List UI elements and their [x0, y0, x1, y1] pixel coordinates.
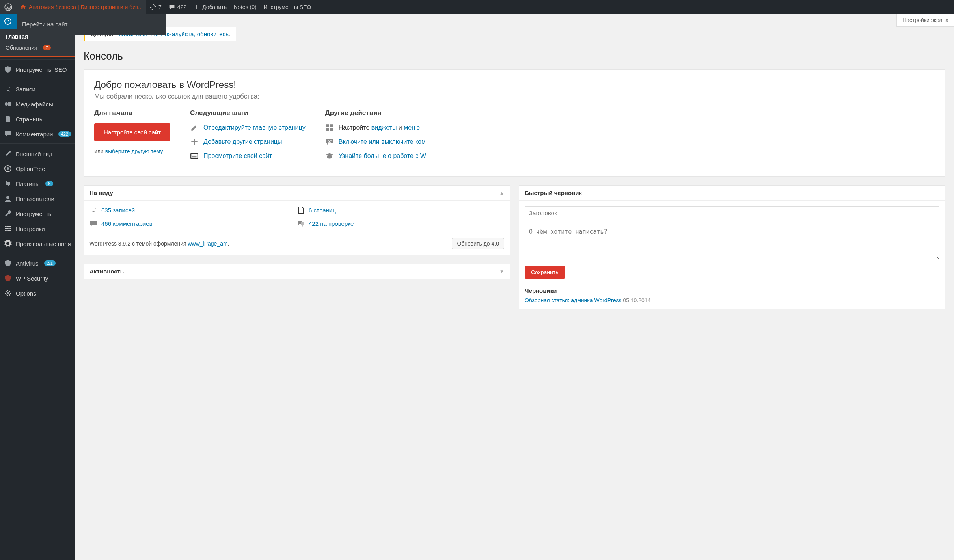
welcome-sub: Мы собрали несколько ссылок для вашего у… [94, 93, 935, 100]
site-name[interactable]: Анатомия бизнеса | Бизнес тренинги и биз… [17, 0, 146, 14]
menu-antivirus[interactable]: Antivirus 2/1 [0, 256, 75, 271]
updates-count: 7 [158, 4, 162, 10]
moderation-icon [297, 220, 305, 227]
comments-indicator[interactable]: 422 [165, 0, 190, 14]
menu-appearance[interactable]: Внешний вид [0, 146, 75, 161]
plugin-icon [4, 180, 12, 188]
comments-badge: 422 [58, 131, 71, 137]
pin-icon [4, 85, 12, 93]
separator [0, 251, 75, 253]
menu-users[interactable]: Пользователи [0, 191, 75, 206]
widgets-link[interactable]: виджеты [371, 124, 397, 131]
draft-content-input[interactable] [525, 225, 939, 260]
main-content: Настройки экрана Доступен WordPress 4.0!… [75, 0, 954, 327]
menu-tools[interactable]: Инструменты [0, 206, 75, 221]
shield-icon [4, 65, 12, 73]
moderation-link[interactable]: 422 на проверке [309, 220, 354, 227]
widgets-icon [325, 123, 334, 132]
notes-link[interactable]: Notes (0) [230, 0, 260, 14]
collapse-icon[interactable]: ▲ [499, 190, 504, 196]
shield-icon [4, 259, 12, 267]
add-new[interactable]: Добавить [190, 0, 230, 14]
activity-header[interactable]: Активность ▼ [84, 264, 510, 279]
svg-point-2 [5, 102, 8, 106]
quick-draft-header[interactable]: Быстрый черновик [519, 186, 945, 201]
screen-options-button[interactable]: Настройки экрана [896, 14, 954, 27]
draft-link[interactable]: Обзорная статья: админка WordPress [525, 297, 621, 303]
pages-count-link[interactable]: 6 страниц [309, 207, 336, 214]
plus-icon [194, 4, 200, 10]
user-icon [4, 195, 12, 203]
add-new-label: Добавить [202, 4, 227, 10]
view-site-link[interactable]: Просмотрите свой сайт [203, 153, 272, 160]
separator [0, 57, 75, 60]
svg-point-8 [6, 230, 8, 231]
at-a-glance-header[interactable]: На виду ▲ [84, 186, 510, 201]
menu-options[interactable]: Options [0, 286, 75, 301]
theme-link[interactable]: www_iPage_am [188, 240, 227, 247]
svg-point-5 [6, 196, 9, 199]
save-draft-button[interactable]: Сохранить [525, 266, 565, 279]
edit-icon [190, 123, 199, 132]
comment-icon [169, 4, 175, 10]
brush-icon [4, 150, 12, 158]
draft-title-input[interactable] [525, 206, 939, 220]
update-icon [150, 4, 156, 10]
menus-link[interactable]: меню [404, 124, 420, 131]
page-icon [297, 206, 305, 214]
menu-media[interactable]: Медиафайлы [0, 97, 75, 112]
menu-posts[interactable]: Записи [0, 82, 75, 97]
submenu-updates[interactable]: Обновления 7 [0, 42, 75, 53]
comments-count-link[interactable]: 466 комментариев [101, 220, 153, 227]
toggle-comments-link[interactable]: Включите или выключите ком [339, 138, 426, 145]
page-icon [4, 115, 12, 123]
drafts-heading: Черновики [525, 287, 939, 294]
plugins-badge: 6 [45, 181, 53, 186]
pin-icon [89, 206, 97, 214]
update-core-button[interactable]: Обновить до 4.0 [452, 238, 504, 249]
updates-badge: 7 [43, 45, 51, 50]
svg-point-7 [8, 228, 10, 229]
comment-icon [4, 130, 12, 138]
menu-comments[interactable]: Комментарии422 [0, 127, 75, 141]
learn-more-link[interactable]: Узнайте больше о работе с W [339, 153, 426, 160]
gear-icon [4, 240, 12, 247]
please-update-link[interactable]: Пожалуйста, обновитесь [160, 31, 229, 37]
wordpress-icon [4, 3, 12, 11]
sliders-icon [4, 225, 12, 233]
visit-site-link[interactable]: Перейти на сайт [17, 18, 166, 31]
menu-settings[interactable]: Настройки [0, 221, 75, 236]
svg-point-9 [7, 292, 9, 294]
welcome-col-next: Следующие шаги Отредактируйте главную ст… [190, 109, 306, 166]
edit-front-page-link[interactable]: Отредактируйте главную страницу [203, 124, 306, 131]
svg-rect-13 [330, 124, 333, 127]
media-icon [4, 100, 12, 108]
site-dropdown: Перейти на сайт [17, 14, 166, 35]
menu-optiontree[interactable]: OptionTree [0, 161, 75, 176]
collapse-icon[interactable]: ▼ [499, 269, 504, 274]
menu-pages[interactable]: Страницы [0, 112, 75, 127]
seo-tools-link[interactable]: Инструменты SEO [260, 0, 315, 14]
add-pages-link[interactable]: Добавьте другие страницы [203, 138, 282, 145]
optiontree-icon [4, 165, 12, 173]
wp-logo[interactable] [0, 0, 17, 14]
svg-rect-15 [330, 128, 333, 131]
updates-indicator[interactable]: 7 [146, 0, 165, 14]
home-icon [20, 4, 26, 10]
separator [0, 141, 75, 144]
comment-icon [89, 220, 97, 227]
admin-bar: Анатомия бизнеса | Бизнес тренинги и биз… [0, 0, 954, 14]
posts-count-link[interactable]: 635 записей [101, 207, 135, 214]
choose-theme-link[interactable]: выберите другую тему [105, 148, 163, 154]
menu-seo[interactable]: Инструменты SEO [0, 62, 75, 77]
wrench-icon [4, 210, 12, 218]
gear-icon [4, 289, 12, 297]
menu-wpsecurity[interactable]: WP Security [0, 271, 75, 286]
customize-site-button[interactable]: Настройте свой сайт [94, 123, 170, 141]
draft-date: 05.10.2014 [623, 297, 650, 303]
learn-icon [325, 152, 334, 160]
menu-custom-fields[interactable]: Произвольные поля [0, 236, 75, 251]
separator [0, 77, 75, 79]
menu-plugins[interactable]: Плагины 6 [0, 176, 75, 191]
antivirus-badge: 2/1 [44, 260, 56, 266]
